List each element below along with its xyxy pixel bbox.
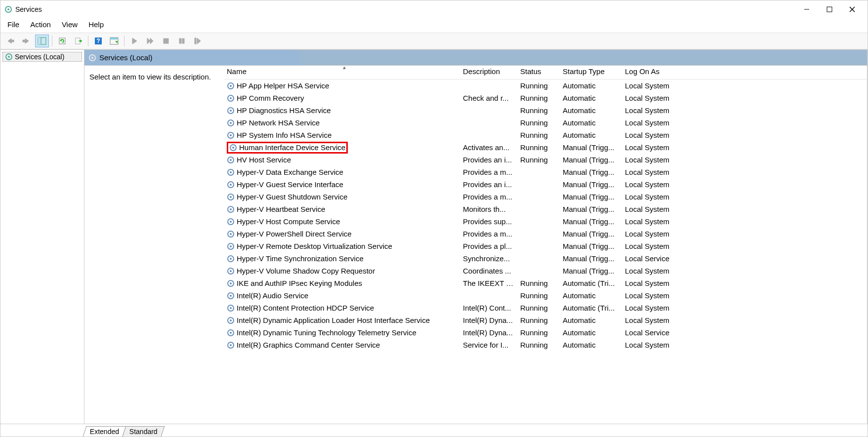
service-row[interactable]: Hyper-V PowerShell Direct ServiceProvide… <box>224 228 867 240</box>
service-row[interactable]: Hyper-V Volume Shadow Copy RequestorCoor… <box>224 265 867 277</box>
menu-action[interactable]: Action <box>30 20 51 29</box>
service-description: Service for I... <box>460 341 517 349</box>
minimize-button[interactable] <box>795 1 818 17</box>
service-row[interactable]: HP Diagnostics HSA ServiceRunningAutomat… <box>224 104 867 117</box>
service-log-on-as: Local System <box>622 180 867 189</box>
service-name-label: Hyper-V Volume Shadow Copy Requestor <box>237 267 375 275</box>
svg-rect-16 <box>110 38 118 40</box>
svg-point-24 <box>91 57 93 59</box>
pause-service-button[interactable] <box>175 35 189 47</box>
svg-point-42 <box>230 184 232 186</box>
service-row[interactable]: Hyper-V Remote Desktop Virtualization Se… <box>224 240 867 252</box>
column-description[interactable]: Description <box>460 66 517 79</box>
service-startup-type: Manual (Trigg... <box>560 217 622 226</box>
gear-icon <box>227 218 235 226</box>
service-description: Provides a m... <box>460 168 517 176</box>
menubar: File Action View Help <box>0 18 868 33</box>
menu-view[interactable]: View <box>62 20 78 29</box>
gear-icon <box>227 341 235 349</box>
back-button[interactable] <box>3 35 17 47</box>
gear-icon <box>227 292 235 300</box>
service-log-on-as: Local System <box>622 193 867 201</box>
service-row[interactable]: IKE and AuthIP IPsec Keying ModulesThe I… <box>224 277 867 289</box>
service-list[interactable]: HP App Helper HSA ServiceRunningAutomati… <box>224 79 867 424</box>
svg-point-56 <box>230 270 232 272</box>
menu-file[interactable]: File <box>7 20 19 29</box>
properties-button[interactable] <box>107 35 121 47</box>
service-startup-type: Manual (Trigg... <box>560 193 622 201</box>
service-row[interactable]: Intel(R) Dynamic Application Loader Host… <box>224 314 867 326</box>
start-service-button[interactable] <box>127 35 141 47</box>
service-row[interactable]: Intel(R) Dynamic Tuning Technology Telem… <box>224 326 867 339</box>
service-row[interactable]: HP System Info HSA ServiceRunningAutomat… <box>224 129 867 141</box>
service-description: Monitors th... <box>460 205 517 213</box>
start-service-all-button[interactable] <box>143 35 157 47</box>
service-startup-type: Automatic <box>560 291 622 300</box>
forward-button[interactable] <box>19 35 33 47</box>
svg-point-38 <box>230 159 232 161</box>
service-row[interactable]: Hyper-V Time Synchronization ServiceSync… <box>224 252 867 265</box>
service-status: Running <box>517 131 560 139</box>
service-startup-type: Automatic <box>560 328 622 337</box>
gear-icon <box>227 131 235 139</box>
tab-extended[interactable]: Extended <box>83 426 126 437</box>
column-status[interactable]: Status <box>517 66 560 79</box>
close-button[interactable] <box>841 1 864 17</box>
service-name-label: Intel(R) Graphics Command Center Service <box>237 341 380 349</box>
service-row[interactable]: HP Comm RecoveryCheck and r...RunningAut… <box>224 92 867 104</box>
service-log-on-as: Local System <box>622 291 867 300</box>
restart-service-button[interactable] <box>191 35 205 47</box>
service-startup-type: Manual (Trigg... <box>560 254 622 263</box>
service-row[interactable]: Hyper-V Guest Service InterfaceProvides … <box>224 178 867 191</box>
service-startup-type: Automatic (Tri... <box>560 279 622 287</box>
service-name-label: Hyper-V Remote Desktop Virtualization Se… <box>237 242 392 250</box>
maximize-button[interactable] <box>818 1 841 17</box>
stop-service-button[interactable] <box>159 35 173 47</box>
column-name[interactable]: Name▲ <box>224 66 460 79</box>
service-row[interactable]: Human Interface Device ServiceActivates … <box>224 141 867 154</box>
svg-point-48 <box>230 221 232 223</box>
tree-item-services-local[interactable]: Services (Local) <box>2 52 82 62</box>
service-row[interactable]: HV Host ServiceProvides an i...RunningMa… <box>224 154 867 166</box>
service-startup-type: Manual (Trigg... <box>560 143 622 152</box>
service-startup-type: Automatic <box>560 119 622 127</box>
titlebar[interactable]: Services <box>0 0 868 18</box>
export-button[interactable] <box>71 35 85 47</box>
service-row[interactable]: Intel(R) Graphics Command Center Service… <box>224 339 867 351</box>
svg-point-60 <box>230 295 232 297</box>
show-hide-tree-button[interactable] <box>35 35 49 47</box>
gear-icon <box>227 317 235 324</box>
service-name-label: HP App Helper HSA Service <box>237 81 329 90</box>
service-row[interactable]: Intel(R) Content Protection HDCP Service… <box>224 302 867 314</box>
service-status: Running <box>517 341 560 349</box>
gear-icon <box>227 279 235 287</box>
svg-point-54 <box>230 258 232 260</box>
service-description: Coordinates ... <box>460 267 517 275</box>
svg-rect-18 <box>179 39 181 43</box>
column-log-on-as[interactable]: Log On As <box>622 66 867 79</box>
column-startup-type[interactable]: Startup Type <box>560 66 622 79</box>
service-row[interactable]: Hyper-V Guest Shutdown ServiceProvides a… <box>224 191 867 203</box>
refresh-button[interactable] <box>55 35 69 47</box>
menu-help[interactable]: Help <box>88 20 104 29</box>
service-name-label: Human Interface Device Service <box>239 143 345 152</box>
service-row[interactable]: HP Network HSA ServiceRunningAutomaticLo… <box>224 117 867 129</box>
service-row[interactable]: Hyper-V Heartbeat ServiceMonitors th...M… <box>224 203 867 215</box>
service-name-label: Hyper-V Time Synchronization Service <box>237 254 364 263</box>
service-status: Running <box>517 291 560 300</box>
service-log-on-as: Local System <box>622 81 867 90</box>
tab-standard[interactable]: Standard <box>123 426 165 437</box>
service-name-label: IKE and AuthIP IPsec Keying Modules <box>237 279 362 287</box>
service-row[interactable]: HP App Helper HSA ServiceRunningAutomati… <box>224 79 867 92</box>
svg-rect-19 <box>182 39 184 43</box>
service-name-label: HV Host Service <box>237 156 291 164</box>
service-row[interactable]: Hyper-V Data Exchange ServiceProvides a … <box>224 166 867 178</box>
service-row[interactable]: Hyper-V Host Compute ServiceProvides sup… <box>224 215 867 228</box>
tree-item-label: Services (Local) <box>15 53 64 61</box>
service-row[interactable]: Intel(R) Audio ServiceRunningAutomaticLo… <box>224 289 867 302</box>
service-startup-type: Manual (Trigg... <box>560 156 622 164</box>
help-button[interactable]: ? <box>91 35 105 47</box>
svg-point-64 <box>230 319 232 321</box>
service-description: Provides sup... <box>460 217 517 226</box>
service-name-label: HP Diagnostics HSA Service <box>237 106 331 115</box>
